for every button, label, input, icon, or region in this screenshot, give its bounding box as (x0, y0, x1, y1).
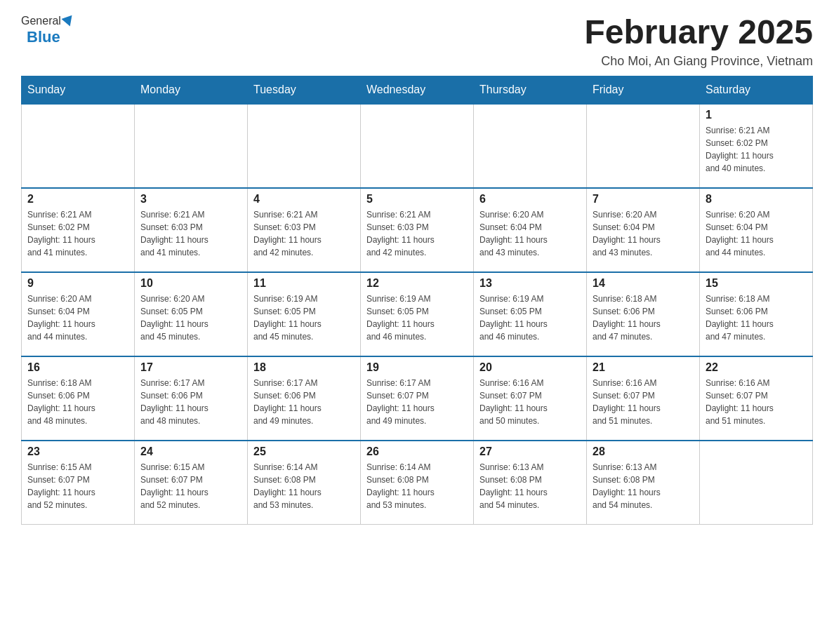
title-section: February 2025 Cho Moi, An Giang Province… (584, 14, 813, 69)
calendar-cell: 22Sunrise: 6:16 AM Sunset: 6:07 PM Dayli… (700, 356, 813, 441)
day-number: 23 (27, 445, 128, 458)
calendar-cell: 11Sunrise: 6:19 AM Sunset: 6:05 PM Dayli… (248, 272, 361, 356)
calendar-cell (135, 104, 248, 188)
day-number: 26 (366, 445, 468, 458)
calendar-header-row: SundayMondayTuesdayWednesdayThursdayFrid… (22, 76, 813, 104)
day-number: 24 (140, 445, 241, 458)
calendar-cell: 28Sunrise: 6:13 AM Sunset: 6:08 PM Dayli… (587, 441, 700, 525)
calendar-week-row: 9Sunrise: 6:20 AM Sunset: 6:04 PM Daylig… (22, 272, 813, 356)
calendar-cell (700, 441, 813, 525)
day-info: Sunrise: 6:19 AM Sunset: 6:05 PM Dayligh… (366, 293, 468, 343)
calendar-cell: 18Sunrise: 6:17 AM Sunset: 6:06 PM Dayli… (248, 356, 361, 441)
day-number: 13 (479, 277, 581, 290)
day-number: 1 (706, 109, 807, 121)
day-number: 18 (253, 361, 355, 374)
day-number: 15 (706, 277, 807, 290)
calendar-cell: 21Sunrise: 6:16 AM Sunset: 6:07 PM Dayli… (587, 356, 700, 441)
day-info: Sunrise: 6:20 AM Sunset: 6:04 PM Dayligh… (479, 208, 581, 259)
day-of-week-header: Wednesday (361, 76, 474, 104)
day-number: 19 (366, 361, 468, 374)
calendar-cell: 27Sunrise: 6:13 AM Sunset: 6:08 PM Dayli… (474, 441, 587, 525)
calendar-cell: 15Sunrise: 6:18 AM Sunset: 6:06 PM Dayli… (700, 272, 813, 356)
calendar-cell: 24Sunrise: 6:15 AM Sunset: 6:07 PM Dayli… (135, 441, 248, 525)
day-number: 14 (593, 277, 694, 290)
day-info: Sunrise: 6:16 AM Sunset: 6:07 PM Dayligh… (593, 377, 694, 427)
day-info: Sunrise: 6:18 AM Sunset: 6:06 PM Dayligh… (593, 293, 694, 343)
calendar-cell: 5Sunrise: 6:21 AM Sunset: 6:03 PM Daylig… (361, 188, 474, 272)
day-info: Sunrise: 6:20 AM Sunset: 6:04 PM Dayligh… (706, 208, 807, 259)
logo-arrow-icon (61, 14, 75, 28)
day-of-week-header: Tuesday (248, 76, 361, 104)
day-info: Sunrise: 6:21 AM Sunset: 6:03 PM Dayligh… (140, 208, 241, 259)
day-info: Sunrise: 6:18 AM Sunset: 6:06 PM Dayligh… (706, 293, 807, 343)
calendar-cell: 12Sunrise: 6:19 AM Sunset: 6:05 PM Dayli… (361, 272, 474, 356)
day-info: Sunrise: 6:21 AM Sunset: 6:03 PM Dayligh… (253, 208, 355, 259)
day-info: Sunrise: 6:19 AM Sunset: 6:05 PM Dayligh… (253, 293, 355, 343)
calendar-cell: 10Sunrise: 6:20 AM Sunset: 6:05 PM Dayli… (135, 272, 248, 356)
day-number: 10 (140, 277, 241, 290)
day-info: Sunrise: 6:13 AM Sunset: 6:08 PM Dayligh… (593, 461, 694, 511)
calendar-cell: 7Sunrise: 6:20 AM Sunset: 6:04 PM Daylig… (587, 188, 700, 272)
day-info: Sunrise: 6:19 AM Sunset: 6:05 PM Dayligh… (479, 293, 581, 343)
day-number: 28 (593, 445, 694, 458)
day-info: Sunrise: 6:16 AM Sunset: 6:07 PM Dayligh… (706, 377, 807, 427)
day-info: Sunrise: 6:18 AM Sunset: 6:06 PM Dayligh… (27, 377, 128, 427)
day-number: 11 (253, 277, 355, 290)
calendar-cell: 8Sunrise: 6:20 AM Sunset: 6:04 PM Daylig… (700, 188, 813, 272)
day-number: 9 (27, 277, 128, 290)
day-info: Sunrise: 6:20 AM Sunset: 6:04 PM Dayligh… (27, 293, 128, 343)
day-number: 3 (140, 193, 241, 206)
day-info: Sunrise: 6:21 AM Sunset: 6:02 PM Dayligh… (706, 124, 807, 175)
location-subtitle: Cho Moi, An Giang Province, Vietnam (584, 54, 813, 69)
day-number: 6 (479, 193, 581, 206)
day-info: Sunrise: 6:21 AM Sunset: 6:02 PM Dayligh… (27, 208, 128, 259)
day-of-week-header: Monday (135, 76, 248, 104)
day-info: Sunrise: 6:16 AM Sunset: 6:07 PM Dayligh… (479, 377, 581, 427)
day-number: 16 (27, 361, 128, 374)
day-number: 8 (706, 193, 807, 206)
day-of-week-header: Saturday (700, 76, 813, 104)
day-info: Sunrise: 6:15 AM Sunset: 6:07 PM Dayligh… (140, 461, 241, 511)
day-info: Sunrise: 6:13 AM Sunset: 6:08 PM Dayligh… (479, 461, 581, 511)
calendar-cell: 16Sunrise: 6:18 AM Sunset: 6:06 PM Dayli… (22, 356, 135, 441)
day-number: 22 (706, 361, 807, 374)
calendar-week-row: 2Sunrise: 6:21 AM Sunset: 6:02 PM Daylig… (22, 188, 813, 272)
logo-general-text: General (21, 15, 61, 27)
calendar-cell: 3Sunrise: 6:21 AM Sunset: 6:03 PM Daylig… (135, 188, 248, 272)
page-header: General Blue February 2025 Cho Moi, An G… (21, 14, 813, 69)
calendar-cell: 26Sunrise: 6:14 AM Sunset: 6:08 PM Dayli… (361, 441, 474, 525)
calendar-cell: 17Sunrise: 6:17 AM Sunset: 6:06 PM Dayli… (135, 356, 248, 441)
calendar-cell: 20Sunrise: 6:16 AM Sunset: 6:07 PM Dayli… (474, 356, 587, 441)
day-number: 2 (27, 193, 128, 206)
day-number: 4 (253, 193, 355, 206)
calendar-cell: 4Sunrise: 6:21 AM Sunset: 6:03 PM Daylig… (248, 188, 361, 272)
calendar-cell (587, 104, 700, 188)
calendar-cell: 23Sunrise: 6:15 AM Sunset: 6:07 PM Dayli… (22, 441, 135, 525)
day-number: 5 (366, 193, 468, 206)
day-info: Sunrise: 6:17 AM Sunset: 6:06 PM Dayligh… (253, 377, 355, 427)
day-of-week-header: Sunday (22, 76, 135, 104)
calendar-week-row: 1Sunrise: 6:21 AM Sunset: 6:02 PM Daylig… (22, 104, 813, 188)
day-number: 12 (366, 277, 468, 290)
day-number: 7 (593, 193, 694, 206)
svg-marker-0 (61, 15, 75, 28)
calendar-cell (22, 104, 135, 188)
day-info: Sunrise: 6:17 AM Sunset: 6:06 PM Dayligh… (140, 377, 241, 427)
calendar-cell: 9Sunrise: 6:20 AM Sunset: 6:04 PM Daylig… (22, 272, 135, 356)
day-info: Sunrise: 6:15 AM Sunset: 6:07 PM Dayligh… (27, 461, 128, 511)
day-info: Sunrise: 6:21 AM Sunset: 6:03 PM Dayligh… (366, 208, 468, 259)
day-number: 27 (479, 445, 581, 458)
calendar-cell: 6Sunrise: 6:20 AM Sunset: 6:04 PM Daylig… (474, 188, 587, 272)
logo-blue-text: Blue (27, 28, 60, 46)
calendar-cell (248, 104, 361, 188)
day-number: 17 (140, 361, 241, 374)
calendar-cell (474, 104, 587, 188)
calendar-cell (361, 104, 474, 188)
month-title: February 2025 (584, 14, 813, 51)
calendar-week-row: 23Sunrise: 6:15 AM Sunset: 6:07 PM Dayli… (22, 441, 813, 525)
day-number: 20 (479, 361, 581, 374)
calendar-cell: 13Sunrise: 6:19 AM Sunset: 6:05 PM Dayli… (474, 272, 587, 356)
calendar-cell: 14Sunrise: 6:18 AM Sunset: 6:06 PM Dayli… (587, 272, 700, 356)
day-number: 25 (253, 445, 355, 458)
logo: General Blue (21, 14, 75, 46)
